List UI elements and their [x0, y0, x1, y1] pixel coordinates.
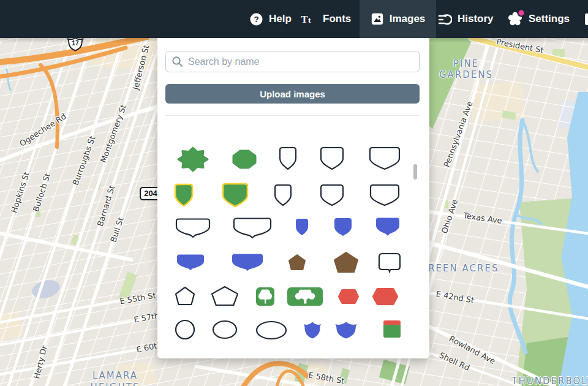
notification-dot — [517, 9, 526, 17]
shape-item[interactable] — [319, 146, 345, 170]
shape-item[interactable] — [211, 286, 239, 306]
shape-item[interactable] — [175, 319, 195, 340]
svg-text:t: t — [308, 15, 311, 25]
search-field — [165, 51, 420, 72]
shape-item[interactable] — [173, 183, 194, 207]
scrollbar-thumb[interactable] — [413, 164, 417, 180]
nav-settings-label: Settings — [529, 13, 570, 25]
shape-item[interactable] — [294, 217, 310, 237]
help-icon: ? — [249, 12, 263, 26]
fonts-icon: T t — [300, 12, 317, 26]
svg-text:T: T — [301, 13, 308, 25]
shape-item[interactable] — [333, 251, 359, 273]
shape-item[interactable] — [278, 146, 298, 170]
settings-icon — [507, 11, 523, 27]
shape-item[interactable] — [288, 254, 306, 271]
shape-item[interactable] — [368, 146, 401, 170]
shape-item[interactable] — [175, 253, 206, 271]
nav-help-label: Help — [269, 13, 292, 25]
search-input[interactable] — [165, 51, 420, 72]
nav-history-label: History — [458, 13, 494, 25]
shape-item[interactable] — [255, 320, 287, 340]
shape-item[interactable] — [338, 289, 359, 304]
shape-item[interactable] — [255, 287, 275, 306]
nav-images[interactable]: Images — [360, 0, 436, 38]
panel-divider — [165, 115, 420, 116]
app-window: { "nav": { "colors": {"bar":"#1b2730","a… — [0, 0, 588, 386]
svg-text:?: ? — [254, 15, 258, 24]
images-icon — [371, 12, 384, 26]
shape-item[interactable] — [212, 320, 238, 339]
shape-item[interactable] — [319, 183, 345, 206]
shape-item[interactable] — [303, 320, 322, 339]
nav-help[interactable]: ? Help — [247, 0, 294, 38]
images-panel: Upload images — [157, 38, 429, 358]
shape-item[interactable] — [334, 320, 358, 339]
nav-fonts-label: Fonts — [323, 13, 351, 25]
history-icon — [437, 12, 452, 26]
nav-images-label: Images — [390, 13, 426, 25]
nav-fonts[interactable]: T t Fonts — [298, 0, 353, 38]
shape-item[interactable] — [377, 252, 402, 273]
search-icon — [172, 56, 183, 67]
shape-item[interactable] — [221, 182, 249, 208]
shape-item[interactable] — [273, 183, 293, 206]
nav-settings[interactable]: Settings — [505, 0, 572, 38]
top-navbar: ? Help T t Fonts Images History — [0, 0, 588, 38]
shape-item[interactable] — [369, 183, 401, 206]
shape-item[interactable] — [175, 218, 211, 238]
shape-item[interactable] — [383, 320, 401, 338]
nav-history[interactable]: History — [435, 0, 496, 38]
shape-item[interactable] — [230, 252, 265, 272]
shape-item[interactable] — [232, 217, 273, 239]
shape-item[interactable] — [372, 288, 398, 305]
shape-item[interactable] — [374, 216, 401, 237]
upload-images-button[interactable]: Upload images — [165, 84, 420, 104]
shape-item[interactable] — [333, 216, 353, 237]
shape-item[interactable] — [287, 287, 323, 306]
nav-cutoff-item — [585, 13, 588, 25]
shape-item[interactable] — [175, 286, 195, 306]
shape-item[interactable] — [232, 149, 257, 169]
shape-grid — [157, 121, 429, 358]
shape-item[interactable] — [176, 146, 209, 173]
